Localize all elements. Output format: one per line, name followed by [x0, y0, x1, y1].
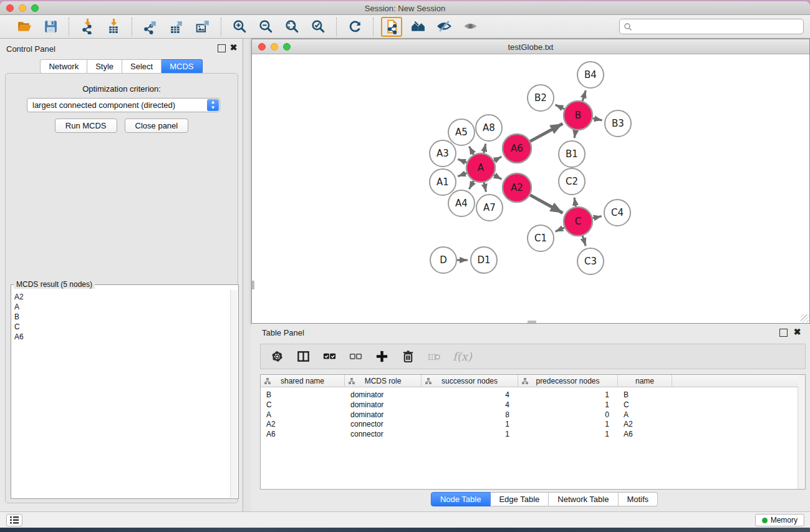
column-header-shared-name[interactable]: shared name	[261, 375, 345, 387]
tab-network-table[interactable]: Network Table	[549, 492, 618, 506]
search-input[interactable]	[632, 22, 803, 31]
show-columns-button[interactable]	[296, 348, 311, 365]
table-settings-gear-button[interactable]	[269, 348, 284, 365]
cell-successor-nodes-row2[interactable]: 8	[422, 410, 509, 420]
graph-node-A3[interactable]: A3	[430, 140, 456, 167]
hide-details-button[interactable]	[433, 17, 455, 36]
import-network-button[interactable]	[77, 17, 98, 36]
cell-name-row1[interactable]: C	[624, 400, 672, 410]
tab-motifs[interactable]: Motifs	[618, 492, 658, 506]
cell-predecessor-nodes-row1[interactable]: 1	[518, 400, 609, 410]
edge-A-A3[interactable]	[458, 159, 466, 162]
cell-successor-nodes-row4[interactable]: 1	[422, 429, 509, 439]
export-network-button[interactable]	[140, 17, 161, 36]
graph-node-C2[interactable]: C2	[559, 168, 585, 195]
graph-node-C4[interactable]: C4	[604, 200, 630, 226]
tab-network[interactable]: Network	[40, 59, 87, 74]
tab-mcds[interactable]: MCDS	[162, 59, 202, 74]
table-scrollbar[interactable]	[798, 375, 805, 489]
save-button[interactable]	[40, 17, 61, 36]
graph-node-A1[interactable]: A1	[430, 169, 456, 195]
export-table-button[interactable]	[166, 17, 187, 36]
close-panel-button[interactable]: Close panel	[125, 118, 189, 133]
cell-predecessor-nodes-row3[interactable]: 1	[518, 419, 609, 429]
cell-MCDS-role-row2[interactable]: dominator	[350, 410, 422, 420]
node-table[interactable]: shared nameMCDS rolesuccessor nodesprede…	[260, 374, 806, 490]
table-close-panel-icon[interactable]: ✖	[793, 329, 801, 337]
result-scrollbar[interactable]	[230, 290, 238, 498]
graph-node-A[interactable]: A	[466, 153, 495, 182]
tab-select[interactable]: Select	[122, 59, 162, 74]
network-vertical-scrollbar[interactable]	[252, 281, 254, 289]
tab-edge-table[interactable]: Edge Table	[490, 492, 549, 506]
column-header-predecessor-nodes[interactable]: predecessor nodes	[518, 375, 618, 387]
edge-C-C2[interactable]	[574, 198, 576, 207]
network-horizontal-scrollbar[interactable]	[528, 321, 536, 323]
graph-node-B2[interactable]: B2	[528, 85, 554, 111]
edge-B-B1[interactable]	[574, 130, 576, 138]
add-column-plus-button[interactable]	[374, 348, 389, 365]
edge-A-A5[interactable]	[469, 147, 473, 155]
zoom-in-button[interactable]	[229, 17, 250, 36]
import-table-button[interactable]	[103, 17, 124, 36]
tab-node-table[interactable]: Node Table	[431, 492, 491, 506]
cell-shared-name-row1[interactable]: C	[266, 400, 345, 410]
result-item[interactable]: A2	[14, 292, 230, 302]
duplicate-network-button[interactable]	[381, 17, 402, 37]
cell-shared-name-row0[interactable]: B	[266, 390, 345, 400]
result-item[interactable]: A6	[14, 332, 230, 342]
cell-successor-nodes-row3[interactable]: 1	[422, 419, 509, 429]
graph-node-A4[interactable]: A4	[448, 190, 475, 216]
table-float-panel-icon[interactable]	[779, 329, 788, 337]
edge-A6-B[interactable]	[530, 123, 562, 141]
column-header-name[interactable]: name	[618, 375, 672, 387]
memory-button[interactable]: Memory	[755, 514, 804, 526]
zoom-selected-button[interactable]	[307, 17, 329, 36]
cell-predecessor-nodes-row0[interactable]: 1	[518, 390, 609, 400]
edge-B-B3[interactable]	[593, 118, 602, 120]
zoom-fit-button[interactable]	[281, 17, 302, 36]
edge-A-A8[interactable]	[484, 143, 486, 153]
export-image-button[interactable]	[192, 17, 213, 36]
cell-shared-name-row4[interactable]: A6	[266, 429, 345, 439]
cell-predecessor-nodes-row4[interactable]: 1	[518, 429, 609, 439]
cell-shared-name-row2[interactable]: A	[266, 410, 345, 420]
cell-shared-name-row3[interactable]: A2	[266, 419, 345, 429]
network-canvas[interactable]: B4B2BB3B1A5A8A6A3AA1C2A4A7A2C4CC1C3DD1	[252, 54, 809, 323]
cell-predecessor-nodes-row2[interactable]: 0	[518, 410, 609, 420]
tab-style[interactable]: Style	[87, 59, 122, 74]
graph-node-B4[interactable]: B4	[577, 62, 604, 88]
cell-name-row2[interactable]: A	[624, 410, 672, 420]
cell-MCDS-role-row0[interactable]: dominator	[350, 390, 422, 400]
graph-node-A7[interactable]: A7	[476, 195, 503, 221]
result-item[interactable]: B	[14, 312, 230, 322]
cell-name-row0[interactable]: B	[624, 390, 672, 400]
window-resize-grip[interactable]	[801, 314, 809, 322]
network-window-titlebar[interactable]: testGlobe.txt	[252, 39, 809, 54]
cell-name-row4[interactable]: A6	[624, 429, 672, 439]
criterion-dropdown[interactable]: largest connected component (directed) ▲…	[27, 98, 220, 112]
open-folder-button[interactable]	[14, 17, 35, 36]
select-all-columns-button[interactable]	[322, 348, 337, 365]
column-header-MCDS-role[interactable]: MCDS role	[345, 375, 422, 387]
cell-MCDS-role-row4[interactable]: connector	[350, 429, 422, 439]
graph-node-B3[interactable]: B3	[605, 110, 631, 137]
result-item[interactable]: A	[14, 302, 230, 312]
delete-column-trash-button[interactable]	[400, 348, 415, 365]
edge-B-B2[interactable]	[556, 105, 565, 109]
edge-C-C3[interactable]	[582, 236, 586, 246]
edge-C-C4[interactable]	[592, 216, 601, 218]
edge-A2-C[interactable]	[530, 195, 562, 213]
graph-node-B[interactable]: B	[564, 101, 592, 130]
graph-node-D[interactable]: D	[430, 247, 456, 273]
search-box[interactable]	[619, 19, 804, 34]
refresh-button[interactable]	[344, 17, 365, 36]
zoom-out-button[interactable]	[255, 17, 276, 36]
console-button[interactable]	[6, 514, 22, 526]
cell-MCDS-role-row3[interactable]: connector	[350, 419, 422, 429]
run-mcds-button[interactable]: Run MCDS	[55, 118, 117, 133]
graph-node-D1[interactable]: D1	[471, 247, 497, 273]
graph-node-C1[interactable]: C1	[528, 225, 554, 251]
edge-C-C1[interactable]	[556, 228, 564, 231]
edge-A-A2[interactable]	[494, 175, 501, 180]
